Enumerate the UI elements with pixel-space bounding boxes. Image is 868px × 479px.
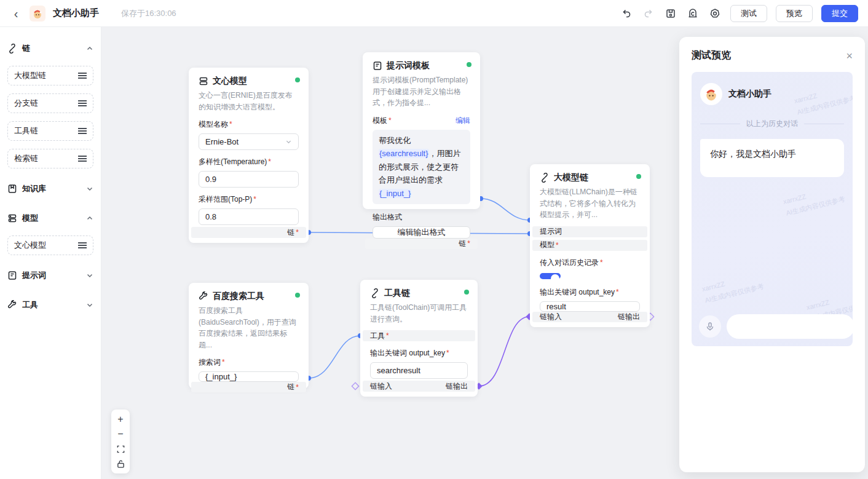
node-baidu-search-tool[interactable]: 百度搜索工具 百度搜索工具(BaiduSearchTool)，用于查询百度搜索结… xyxy=(189,283,309,389)
node-desc: 工具链(ToolChain)可调用工具进行查询。 xyxy=(370,302,468,325)
field-label: 搜索词* xyxy=(199,357,299,368)
edge-toolchain-to-llmchain xyxy=(479,317,529,386)
version-history-icon[interactable] xyxy=(686,7,700,20)
chevron-down-icon xyxy=(86,301,93,309)
node-prompt-template[interactable]: 提示词模板 提示词模板(PromptTemplate)用于创建提示并定义输出格式… xyxy=(363,52,480,209)
field-label: 模型名称* xyxy=(199,119,299,130)
chain-in-label: 链输入 xyxy=(540,312,562,322)
select-value: Ernie-Bot xyxy=(205,137,239,146)
variable-token: {_input_} xyxy=(379,189,411,198)
chain-io-bar[interactable]: 链输入 链输出 xyxy=(532,312,647,322)
sidebar-section-label: 提示词 xyxy=(22,270,46,281)
status-dot xyxy=(636,174,641,179)
settings-icon[interactable] xyxy=(708,7,722,20)
sidebar-section-label: 模型 xyxy=(22,213,38,224)
chain-icon xyxy=(7,44,17,53)
sidebar-section-prompt[interactable]: 提示词 xyxy=(7,266,93,285)
port-toolchain-in[interactable] xyxy=(352,382,358,389)
database-icon xyxy=(7,213,17,223)
drag-handle-icon[interactable] xyxy=(78,245,87,246)
chain-io-bar[interactable]: 链输入 链输出 xyxy=(363,381,475,392)
model-name-select[interactable]: Ernie-Bot xyxy=(199,133,299,150)
chevron-down-icon xyxy=(285,138,292,145)
chain-icon xyxy=(540,173,550,183)
prompt-doc-icon xyxy=(373,61,382,71)
sidebar-item-label: 工具链 xyxy=(14,125,38,137)
undo-icon[interactable] xyxy=(620,7,633,20)
sidebar-item-label: 分支链 xyxy=(14,98,38,109)
drag-handle-icon[interactable] xyxy=(78,103,87,104)
model-input-port-bar[interactable]: 模型* xyxy=(532,240,647,251)
fit-view-button[interactable] xyxy=(111,441,130,456)
chevron-down-icon xyxy=(86,272,93,279)
template-text[interactable]: 帮我优化 {searchresult}，用图片的形式展示，使之更符合用户提出的需… xyxy=(373,130,470,204)
sidebar-section-knowledge[interactable]: 知识库 xyxy=(7,180,93,198)
node-ernie-model[interactable]: 文心模型 文心一言(ERNIE)是百度发布的知识增强大语言模型。 模型名称* E… xyxy=(189,68,309,243)
bot-message-bubble: 你好，我是文档小助手 xyxy=(700,139,844,177)
test-button[interactable]: 测试 xyxy=(730,5,767,22)
field-label: 传入对话历史记录* xyxy=(540,258,640,268)
search-query-input[interactable] xyxy=(199,371,299,382)
prompt-doc-icon xyxy=(7,271,17,280)
sidebar-section-model[interactable]: 模型 xyxy=(7,209,93,228)
sidebar-section-chain[interactable]: 链 xyxy=(7,39,93,58)
back-icon[interactable]: ‹ xyxy=(10,7,22,20)
save-icon[interactable] xyxy=(664,7,677,20)
history-toggle[interactable] xyxy=(540,273,561,279)
preview-button[interactable]: 预览 xyxy=(776,5,813,22)
fit-view-icon xyxy=(116,445,125,454)
sidebar-item-tool-chain[interactable]: 工具链 xyxy=(7,121,93,141)
mic-button[interactable] xyxy=(699,315,721,338)
lock-button[interactable] xyxy=(111,456,130,471)
edge-search-to-toolchain xyxy=(309,336,360,378)
lock-open-icon xyxy=(116,459,125,469)
sidebar-item-branch-chain[interactable]: 分支链 xyxy=(7,93,93,113)
output-key-input[interactable] xyxy=(540,301,640,312)
page-title: 文档小助手 xyxy=(53,7,99,19)
sidebar-item-retrieval-chain[interactable]: 检索链 xyxy=(7,149,93,168)
status-dot xyxy=(467,62,471,67)
node-title: 百度搜索工具 xyxy=(213,291,264,302)
status-dot xyxy=(464,290,469,295)
tool-input-port-bar[interactable]: 工具* xyxy=(363,330,475,341)
chat-message-input[interactable] xyxy=(727,314,853,339)
chain-output-bar[interactable]: 链* xyxy=(191,382,306,392)
top-p-input[interactable] xyxy=(199,208,299,225)
chain-output-bar[interactable]: 链* xyxy=(191,227,306,238)
submit-button[interactable]: 提交 xyxy=(821,5,858,22)
drag-handle-icon[interactable] xyxy=(78,130,87,132)
sidebar-section-tool[interactable]: 工具 xyxy=(7,296,93,314)
prompt-input-port-bar[interactable]: 提示词 xyxy=(532,226,647,237)
sidebar-item-llm-chain[interactable]: 大模型链 xyxy=(7,66,93,85)
bookmark-icon xyxy=(7,184,17,194)
port-label: 工具 xyxy=(370,331,385,341)
drag-handle-icon[interactable] xyxy=(78,75,87,76)
output-key-input[interactable] xyxy=(370,362,468,379)
edit-output-format-button[interactable]: 编辑输出格式 xyxy=(373,226,470,239)
field-label: 输出关键词 output_key* xyxy=(540,287,640,298)
close-icon[interactable]: × xyxy=(846,50,853,61)
watermark: xarrxZZAI生成内容仅供参考 xyxy=(701,269,765,306)
field-label: 多样性(Temperature)* xyxy=(199,157,299,167)
zoom-out-button[interactable]: − xyxy=(111,427,130,441)
wrench-icon xyxy=(199,291,208,301)
sidebar-item-ernie-model[interactable]: 文心模型 xyxy=(7,236,93,255)
field-label: 输出格式 xyxy=(373,212,470,223)
variable-token: {searchresult} xyxy=(379,149,429,158)
node-tool-chain[interactable]: 工具链 工具链(ToolChain)可调用工具进行查询。 工具* 输出关键词 o… xyxy=(360,280,478,397)
redo-icon[interactable] xyxy=(642,7,655,20)
sidebar-section-label: 知识库 xyxy=(22,183,46,194)
chain-output-bar[interactable]: 链* xyxy=(365,239,478,249)
drag-handle-icon[interactable] xyxy=(78,158,87,159)
node-llm-chain[interactable]: 大模型链 大模型链(LLMChain)是一种链式结构，它将多个输入转化为模型提示… xyxy=(530,164,650,327)
edit-template-link[interactable]: 编辑 xyxy=(456,116,470,126)
workflow-canvas[interactable]: 文心模型 文心一言(ERNIE)是百度发布的知识增强大语言模型。 模型名称* E… xyxy=(101,27,868,479)
zoom-in-button[interactable]: + xyxy=(111,412,130,427)
temperature-input[interactable] xyxy=(199,171,299,188)
port-label: 模型 xyxy=(540,240,554,250)
status-dot xyxy=(295,293,300,298)
sidebar-item-label: 大模型链 xyxy=(14,70,46,81)
wrench-icon xyxy=(7,300,17,310)
node-desc: 百度搜索工具(BaiduSearchTool)，用于查询百度搜索结果，返回结果标… xyxy=(199,305,299,350)
node-palette-sidebar: 链 大模型链 分支链 工具链 检索链 知识库 xyxy=(0,27,101,479)
